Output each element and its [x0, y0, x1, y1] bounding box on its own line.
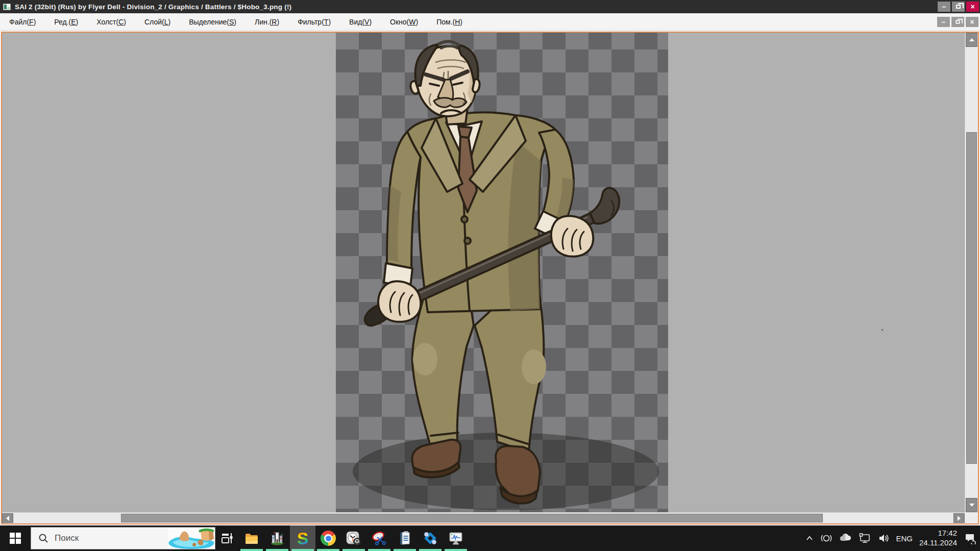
- canvas-viewport[interactable]: [2, 33, 965, 512]
- arrow-down-icon: [969, 504, 974, 507]
- running-indicator: [419, 549, 442, 551]
- network-icon[interactable]: [859, 532, 871, 544]
- character-artwork: [336, 33, 668, 511]
- tray-time: 17:42: [919, 529, 957, 538]
- taskbar-app-file-explorer[interactable]: [239, 525, 264, 551]
- system-tray: ENG 17:42 24.11.2024: [805, 529, 980, 548]
- horizontal-scrollbar-thumb[interactable]: [121, 514, 823, 522]
- running-indicator: [342, 549, 365, 551]
- right-shoe: [496, 446, 540, 504]
- game-castle-icon: [270, 531, 285, 546]
- running-indicator: [240, 549, 263, 551]
- window-controls: – ×: [938, 2, 980, 12]
- image-transparency-checker[interactable]: [336, 33, 668, 512]
- alarm-clock-icon: [346, 530, 362, 546]
- head: [410, 41, 479, 116]
- menu-edit[interactable]: Ред.(E): [45, 15, 87, 29]
- running-indicator: [368, 549, 390, 551]
- canvas-border: [1, 32, 979, 524]
- mdi-window-controls: – ×: [937, 17, 980, 27]
- menu-view[interactable]: Вид(V): [340, 15, 381, 29]
- meet-now-icon[interactable]: [821, 533, 832, 544]
- taskbar-app-sai2[interactable]: S: [290, 525, 315, 551]
- sai2-icon: S: [297, 530, 309, 547]
- windows-logo-icon: [10, 533, 21, 544]
- running-indicator: [266, 549, 288, 551]
- mdi-close-icon: ×: [970, 18, 974, 26]
- minimize-button[interactable]: –: [938, 2, 950, 12]
- menu-selection[interactable]: Выделение(S): [180, 15, 246, 29]
- menu-layer[interactable]: Слой(L): [135, 15, 180, 29]
- volume-icon[interactable]: [877, 532, 890, 544]
- search-input[interactable]: [55, 533, 162, 543]
- language-indicator[interactable]: ENG: [896, 534, 913, 543]
- hidden-icons-chevron[interactable]: [805, 534, 814, 543]
- blue-diamond-icon: [423, 531, 438, 546]
- scroll-down-button[interactable]: [966, 498, 977, 512]
- onedrive-icon[interactable]: [839, 532, 852, 545]
- task-view-button[interactable]: [215, 525, 239, 551]
- file-explorer-icon: [244, 531, 259, 546]
- minimize-icon: –: [942, 3, 946, 10]
- restore-button[interactable]: [952, 2, 965, 12]
- app-icon: [3, 4, 11, 10]
- task-view-icon: [220, 532, 234, 545]
- text-editor-icon: [397, 531, 412, 546]
- mdi-restore-icon: [955, 20, 960, 23]
- search-highlight-island-image[interactable]: [168, 528, 215, 549]
- horizontal-scrollbar[interactable]: [2, 512, 965, 523]
- start-button[interactable]: [0, 525, 31, 551]
- close-button[interactable]: ×: [966, 2, 979, 12]
- scroll-left-button[interactable]: [2, 513, 13, 523]
- mdi-minimize-icon: –: [942, 18, 946, 26]
- taskbar-app-system-monitor[interactable]: [443, 525, 469, 551]
- taskbar-app-text-editor[interactable]: [392, 525, 418, 551]
- vertical-scrollbar[interactable]: [965, 33, 978, 512]
- arrow-right-icon: [958, 516, 961, 521]
- taskbar-app-blue-diamond[interactable]: [418, 525, 443, 551]
- running-indicator: [394, 549, 416, 551]
- mdi-close-button[interactable]: ×: [966, 17, 978, 27]
- taskbar-app-game-castle[interactable]: [264, 525, 290, 551]
- tray-date: 24.11.2024: [919, 538, 957, 548]
- scroll-up-button[interactable]: [966, 33, 977, 47]
- menu-canvas[interactable]: Холст(C): [87, 15, 135, 29]
- menu-bar: Файл(F) Ред.(E) Холст(C) Слой(L) Выделен…: [0, 13, 980, 31]
- taskbar-app-alarm-clock[interactable]: [341, 525, 366, 551]
- running-indicator: [291, 549, 314, 551]
- menu-file[interactable]: Файл(F): [0, 15, 45, 29]
- menu-window[interactable]: Окно(W): [381, 15, 427, 29]
- mdi-restore-button[interactable]: [951, 17, 964, 27]
- menu-help[interactable]: Пом.(H): [427, 15, 472, 29]
- running-indicator: [445, 549, 467, 551]
- running-indicator: [317, 549, 339, 551]
- menu-filter[interactable]: Фильтр(T): [288, 15, 340, 29]
- arrow-up-icon: [969, 38, 974, 41]
- search-box[interactable]: [31, 527, 215, 549]
- action-center-icon[interactable]: [964, 532, 976, 544]
- scroll-right-button[interactable]: [953, 513, 965, 523]
- mdi-minimize-button[interactable]: –: [937, 17, 950, 27]
- search-icon: [38, 533, 48, 543]
- taskbar-app-chrome[interactable]: [315, 525, 341, 551]
- snipping-dish-icon: [371, 530, 387, 546]
- taskbar-app-snipping-dish[interactable]: [366, 525, 392, 551]
- arrow-left-icon: [6, 516, 9, 521]
- canvas-frame: [0, 31, 980, 525]
- chrome-icon: [321, 531, 336, 546]
- close-icon: ×: [970, 3, 974, 10]
- title-bar[interactable]: SAI 2 (32bit) (Rus) by Flyer Dell - Divi…: [0, 0, 980, 13]
- taskbar: S: [0, 525, 980, 551]
- menu-ruler[interactable]: Лин.(R): [246, 15, 288, 29]
- clock-date[interactable]: 17:42 24.11.2024: [919, 529, 957, 548]
- window-title: SAI 2 (32bit) (Rus) by Flyer Dell - Divi…: [15, 3, 291, 11]
- system-monitor-icon: [448, 531, 463, 546]
- scrollbar-corner: [965, 512, 978, 523]
- restore-icon: [956, 5, 961, 9]
- stray-pixel-dot: [881, 329, 883, 331]
- vertical-scrollbar-thumb[interactable]: [966, 132, 977, 464]
